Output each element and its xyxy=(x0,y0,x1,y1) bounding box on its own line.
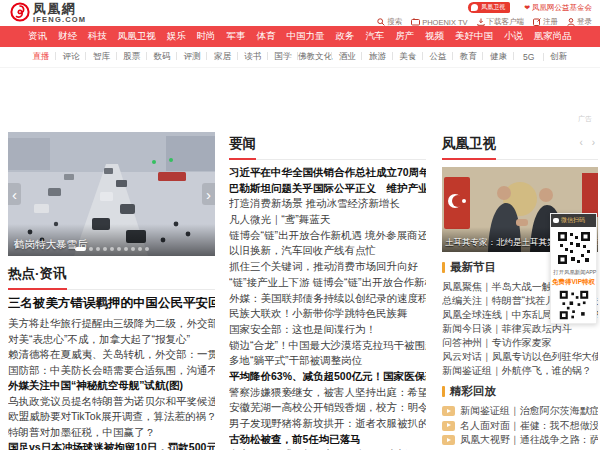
sub-nav-item[interactable]: 智库 xyxy=(86,51,116,63)
main-nav-item[interactable]: 体育 xyxy=(256,30,275,43)
hot-news-list: 三名被美方错误羁押的中国公民平安回到祖国美方将赴华旅行提醒由三级降为二级，外交部… xyxy=(8,297,215,450)
hot-news-item[interactable]: 对美“表忠心”不成，加拿大起了“报复心” xyxy=(8,334,215,345)
replay-item[interactable]: 凤凰大视野｜通往战争之路：萨拉热窝事件 xyxy=(442,435,598,445)
top-news-item[interactable]: 安徽芜湖一高校公开销毁香烟，校方：明令禁止学生吸烟 xyxy=(229,402,426,413)
program-item[interactable]: 风云对话｜凤凰专访以色列驻华大使 xyxy=(442,352,598,362)
main-nav-item[interactable]: 汽车 xyxy=(365,30,384,43)
sub-nav-item[interactable]: 健康 xyxy=(483,51,513,63)
phoenix-tv-link[interactable]: PHOENIX TV xyxy=(411,18,467,27)
sub-nav-item[interactable]: 酒业 xyxy=(332,51,362,63)
phoenix-logo-icon xyxy=(10,2,30,22)
main-nav-item[interactable]: 凤凰卫视 xyxy=(118,30,156,43)
top-news-item[interactable]: 打造消费新场景 推动冰雪经济新增长 xyxy=(229,198,426,209)
carousel-dot[interactable] xyxy=(75,247,86,251)
top-news-item[interactable]: 平均降价63%、减负超500亿元！国家医保药品目录大更新 xyxy=(229,371,426,382)
top-news-item[interactable]: 凡人微光｜“鸢”舞蓝天 xyxy=(229,214,426,225)
carousel-dot[interactable] xyxy=(131,247,135,251)
qr-widget[interactable]: 微信扫码 打开凤凰新闻APP 免费得VIP特权 xyxy=(550,213,597,324)
sub-nav-item[interactable]: 评测 xyxy=(177,51,207,63)
hot-news-item[interactable]: 国足vs日本冲场球迷被拘留10日，罚款500元 xyxy=(8,442,215,450)
carousel-dot[interactable] xyxy=(89,247,93,251)
top-news-item[interactable]: “链”接产业上下游 链博会“链”出开放合作新机遇 xyxy=(229,277,426,288)
top-news-item[interactable]: 锁边“合龙”！中国最大沙漠塔克拉玛干被围起来了 xyxy=(229,340,426,351)
main-nav-item[interactable]: 资讯 xyxy=(28,30,47,43)
carousel-dot[interactable] xyxy=(138,247,142,251)
top-news-item[interactable]: 国家安全部：这也是间谍行为！ xyxy=(229,324,426,335)
main-nav-item[interactable]: 凰家尚品 xyxy=(534,30,572,43)
carousel-dot[interactable] xyxy=(124,247,128,251)
hot-news-item[interactable]: 乌执政党议员提名特朗普为诺贝尔和平奖候选人 xyxy=(8,396,215,407)
program-item[interactable]: 问答神州｜专访作家麦家 xyxy=(442,338,598,348)
top-news-item[interactable]: 巴勒斯坦问题关乎国际公平正义 维护产业链供应链稳定通畅 xyxy=(229,183,426,194)
top-news-item[interactable]: 古劲松被查，前5任均已落马 xyxy=(229,434,426,445)
program-item[interactable]: 新闻鉴证组｜外航停飞，谁的锅？ xyxy=(442,366,598,376)
logo-title: 凤凰網 xyxy=(33,2,86,15)
search-button[interactable]: 搜索 xyxy=(377,17,402,27)
sub-nav-item[interactable]: 读书 xyxy=(238,51,268,63)
download-client-link[interactable]: 下载客户端 xyxy=(477,17,525,27)
charity-foundation-badge[interactable]: ❤ 凤凰网公益基金会 xyxy=(524,3,592,13)
hot-news-item[interactable]: 美方将赴华旅行提醒由三级降为二级，外交部回应 xyxy=(8,318,215,329)
wechat-icon xyxy=(553,218,559,223)
sub-nav-item[interactable]: 数码 xyxy=(147,51,177,63)
hot-news-item[interactable]: 欧盟威胁要对TikTok展开调查，算法惹的祸？ xyxy=(8,411,215,422)
top-news-item[interactable]: 外媒：美国联邦债务持续以创纪录的速度积累 趋势严峻令人担忧 xyxy=(229,293,426,304)
carousel-dot[interactable] xyxy=(96,247,100,251)
carousel-next-button[interactable]: › xyxy=(202,183,215,205)
top-news-item[interactable]: 警察涉嫌猥亵继女，被害人坚持出庭：希望给自己前半生一个交代 xyxy=(229,387,426,398)
register-link[interactable]: 注册 xyxy=(533,17,558,27)
main-nav-item[interactable]: 科技 xyxy=(88,30,107,43)
carousel-dot[interactable] xyxy=(117,247,121,251)
carousel-dot[interactable] xyxy=(103,247,107,251)
main-nav-item[interactable]: 财经 xyxy=(58,30,77,43)
main-nav-item[interactable]: 美好中国 xyxy=(455,30,493,43)
sub-nav-item[interactable]: 家居 xyxy=(207,51,237,63)
main-nav-item[interactable]: 视频 xyxy=(425,30,444,43)
hot-news-item[interactable]: 三名被美方错误羁押的中国公民平安回到祖国 xyxy=(8,297,215,310)
hot-news-item[interactable]: 赖清德将在夏威夷、关岛转机，外交部：一贯反对美台官方往来 xyxy=(8,349,215,360)
carousel-dot[interactable] xyxy=(145,247,149,251)
sub-nav-item[interactable]: 佛教文化 xyxy=(298,51,332,63)
sub-nav-item[interactable]: 旅游 xyxy=(362,51,392,63)
ifeng-homepage: 凤凰網 IFENG.COM 凤凰卫视 ❤ 凤凰网公益基金会 搜索 xyxy=(0,0,600,450)
phoenix-tv-promo-badge[interactable]: 凤凰卫视 xyxy=(468,2,510,13)
carousel-prev-button[interactable]: ‹ xyxy=(8,183,21,205)
news-carousel[interactable]: 鹤岗特大暴雪后 ‹ › xyxy=(8,132,215,256)
top-news-item[interactable]: 抓住三个关键词，推动消费市场回升向好 xyxy=(229,261,426,272)
top-news-item[interactable]: 男子发现野猪将新坟拱开：逝者衣服被扒的到处都是 xyxy=(229,418,426,429)
hot-news-item[interactable]: 特朗普对加墨征税，中国赢了？ xyxy=(8,427,215,438)
main-nav-item[interactable]: 娱乐 xyxy=(167,30,186,43)
main-nav-item[interactable]: 时尚 xyxy=(197,30,216,43)
carousel-dot[interactable] xyxy=(110,247,114,251)
ifeng-logo[interactable]: 凤凰網 IFENG.COM xyxy=(10,2,86,24)
main-nav-item[interactable]: 政务 xyxy=(335,30,354,43)
program-item[interactable]: 新闻今日谈｜菲律宾政坛内斗 xyxy=(442,324,598,334)
quick-links: 搜索 PHOENIX TV 下载客户端 注册 登录 xyxy=(377,17,592,27)
main-nav-item[interactable]: 房产 xyxy=(395,30,414,43)
sub-nav-item[interactable]: 直播 xyxy=(26,51,56,63)
top-news-item[interactable]: 链博会“链”出开放合作新机遇 境外参展商还说了这些 xyxy=(229,230,426,241)
sub-nav-item[interactable]: 评论 xyxy=(56,51,86,63)
top-news-item[interactable]: 以旧换新，汽车回收产线有点忙 xyxy=(229,245,426,256)
replay-item[interactable]: 新闻鉴证组｜治愈阿尔茨海默症，曙光还是骗局 xyxy=(442,406,598,416)
sub-nav-item[interactable]: 5G xyxy=(514,52,544,62)
sub-nav-item[interactable]: 美食 xyxy=(393,51,423,63)
download-icon xyxy=(477,18,485,26)
sub-nav-item[interactable]: 创新 xyxy=(544,51,574,63)
top-news-item[interactable]: 民族大联欢！小新带你学跳特色民族舞 xyxy=(229,308,426,319)
login-link[interactable]: 登录 xyxy=(567,17,592,27)
main-nav-item[interactable]: 中国力量 xyxy=(286,30,324,43)
section-pager-arrows[interactable]: ‹ › xyxy=(580,137,598,148)
main-nav-item[interactable]: 军事 xyxy=(227,30,246,43)
top-news-item[interactable]: 多地“躺平式”干部被调整岗位 xyxy=(229,355,426,366)
replay-item[interactable]: 名人面对面｜崔健：我不想做没用的前辈 xyxy=(442,421,598,431)
main-nav-item[interactable]: 小说 xyxy=(504,30,523,43)
sub-nav-item[interactable]: 股票 xyxy=(117,51,147,63)
sub-nav-item[interactable]: 公益 xyxy=(423,51,453,63)
sub-nav-item[interactable]: 教育 xyxy=(453,51,483,63)
carousel-caption[interactable]: 鹤岗特大暴雪后 xyxy=(8,224,215,256)
hot-news-item[interactable]: 外媒关注中国“神秘航空母舰”试航(图) xyxy=(8,380,215,391)
top-news-item[interactable]: 习近平在中华全国供销合作总社成立70周年之际作出重要指示 xyxy=(229,167,426,178)
hot-news-item[interactable]: 国防部：中美防长会晤需要合适氛围，沟通不能没有原则 xyxy=(8,365,215,376)
sub-nav-item[interactable]: 国学 xyxy=(268,51,298,63)
